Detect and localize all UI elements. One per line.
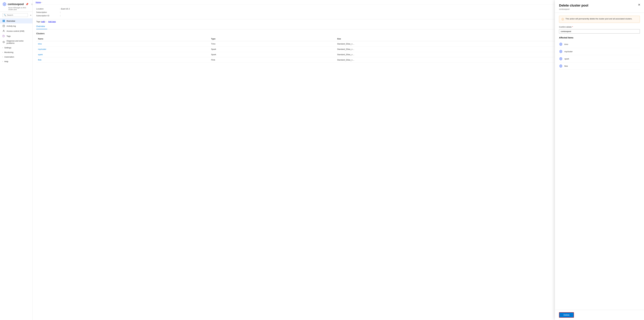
sidebar-item-automation[interactable]: › Automation xyxy=(0,55,32,59)
breadcrumb-home[interactable]: Home xyxy=(36,1,41,3)
affected-item-name: trino xyxy=(564,43,568,45)
search-box: 🔍 xyxy=(2,13,28,17)
cluster-link[interactable]: mycluster xyxy=(38,48,46,50)
overview-icon xyxy=(2,19,5,22)
svg-point-16 xyxy=(560,44,561,45)
sidebar-item-settings[interactable]: › Settings xyxy=(0,45,32,50)
sidebar-item-label: Help xyxy=(4,60,8,63)
sidebar-item-activity-log[interactable]: Activity log xyxy=(0,23,32,28)
svg-point-12 xyxy=(3,36,4,36)
affected-item-name: mycluster xyxy=(564,50,573,53)
sidebar-item-tags[interactable]: Tags xyxy=(0,33,32,38)
close-panel-button[interactable]: ✕ xyxy=(638,3,640,6)
sidebar-item-label: Monitoring xyxy=(4,51,13,53)
table-row: flink Flink Standard_E8as_v… xyxy=(36,57,640,63)
tags-label: Tags (edit) xyxy=(36,20,45,23)
sidebar-item-label: Automation xyxy=(4,56,14,58)
cluster-name-cell: mycluster xyxy=(36,46,209,52)
resource-name: contosopool xyxy=(8,3,24,6)
cluster-link[interactable]: spark xyxy=(38,53,43,56)
subscription-id-value: : xyxy=(60,14,640,17)
sidebar-nav: Overview Activity log Access control (IA… xyxy=(0,18,32,64)
tags-edit-link[interactable]: edit xyxy=(42,20,44,23)
expand-icon: › xyxy=(2,56,3,58)
location-label: Location xyxy=(36,8,60,10)
panel-subtitle: contosopool xyxy=(559,8,640,10)
sidebar-item-label: Settings xyxy=(4,46,11,49)
sidebar-item-monitoring[interactable]: › Monitoring xyxy=(0,50,32,55)
affected-item-name: spark xyxy=(564,58,569,60)
affected-item: flink xyxy=(559,62,640,70)
resource-icon xyxy=(2,2,6,6)
svg-point-10 xyxy=(3,30,4,31)
cluster-link[interactable]: trino xyxy=(38,43,42,45)
svg-rect-3 xyxy=(3,20,4,21)
collapse-sidebar-button[interactable]: « xyxy=(30,13,32,17)
access-control-icon xyxy=(2,30,5,32)
sidebar-item-label: Overview xyxy=(6,20,15,22)
sidebar-item-label: Access control (IAM) xyxy=(6,30,24,32)
svg-rect-6 xyxy=(4,21,5,22)
sidebar-item-access-control[interactable]: Access control (IAM) xyxy=(0,28,32,33)
svg-marker-11 xyxy=(3,35,4,37)
sidebar-item-diagnose[interactable]: Diagnose and solve problems xyxy=(0,38,32,45)
expand-icon: › xyxy=(2,61,3,62)
breadcrumb-separator: › xyxy=(42,1,42,3)
delete-button[interactable]: Delete xyxy=(559,312,574,318)
search-input[interactable] xyxy=(7,14,26,16)
sidebar-item-label: Diagnose and solve problems xyxy=(6,40,30,44)
affected-item-name: flink xyxy=(564,65,568,67)
svg-rect-7 xyxy=(3,25,4,27)
cluster-icon xyxy=(559,50,562,53)
cluster-link[interactable]: flink xyxy=(38,59,42,61)
confirm-label: Confirm delete* xyxy=(559,26,640,28)
cluster-name-cell: trino xyxy=(36,41,209,46)
cluster-name-cell: spark xyxy=(36,52,209,57)
cluster-type-cell: Flink xyxy=(209,57,335,63)
panel-footer: Delete xyxy=(555,310,644,320)
tab-overview[interactable]: Overview xyxy=(36,24,47,29)
svg-rect-5 xyxy=(3,21,4,22)
add-tags-link[interactable]: Add tags xyxy=(48,20,56,23)
pin-icon[interactable]: 📌 xyxy=(25,2,29,6)
svg-point-22 xyxy=(560,58,561,59)
resource-subtitle: Azure HDInsight on AKS cluster pool xyxy=(8,7,30,10)
cluster-type-cell: Spark xyxy=(209,52,335,57)
tags-row: Tags (edit) : Add tags xyxy=(36,19,640,24)
affected-item: spark xyxy=(559,55,640,62)
affected-items-title: Affected items xyxy=(559,36,640,39)
warning-text: This action will permanently delete the … xyxy=(566,18,632,20)
expand-icon: › xyxy=(2,51,3,53)
tags-icon xyxy=(2,35,5,37)
svg-line-13 xyxy=(4,42,4,42)
tab-bar: Overview xyxy=(36,24,640,29)
activity-log-icon xyxy=(2,25,5,27)
location-value: : East US 2 xyxy=(60,8,640,10)
cluster-type-cell: Trino xyxy=(209,41,335,46)
confirm-delete-input[interactable] xyxy=(559,29,640,33)
svg-rect-4 xyxy=(4,20,5,21)
affected-item: mycluster xyxy=(559,48,640,55)
subscription-id-label: Subscription ID xyxy=(36,14,60,17)
svg-point-2 xyxy=(4,4,5,4)
subscription-label: Subscription xyxy=(36,11,60,13)
affected-item: trino xyxy=(559,41,640,48)
resource-metadata: Location : East US 2 Subscription : Subs… xyxy=(36,8,640,17)
sidebar-item-label: Activity log xyxy=(6,25,16,27)
sidebar-item-overview[interactable]: Overview xyxy=(0,18,32,23)
star-icon[interactable]: ☆ xyxy=(30,2,33,6)
table-row: spark Spark Standard_E8as_v… xyxy=(36,52,640,57)
subscription-value: : xyxy=(60,11,640,13)
delete-panel: Delete cluster pool contosopool ✕ ⓘ This… xyxy=(555,0,644,320)
warning-icon: ⓘ xyxy=(562,18,564,21)
cluster-name-cell: flink xyxy=(36,57,209,63)
diagnose-icon xyxy=(2,41,5,43)
table-row: trino Trino Standard_E8as_v… xyxy=(36,41,640,46)
warning-box: ⓘ This action will permanently delete th… xyxy=(559,16,640,23)
cluster-icon xyxy=(559,64,562,68)
sidebar-item-label: Tags xyxy=(6,35,10,37)
breadcrumb: Home › xyxy=(33,0,644,5)
panel-title: Delete cluster pool xyxy=(559,3,640,7)
table-row: mycluster Spark Standard_E8as_v… xyxy=(36,46,640,52)
sidebar-item-help[interactable]: › Help xyxy=(0,59,32,64)
